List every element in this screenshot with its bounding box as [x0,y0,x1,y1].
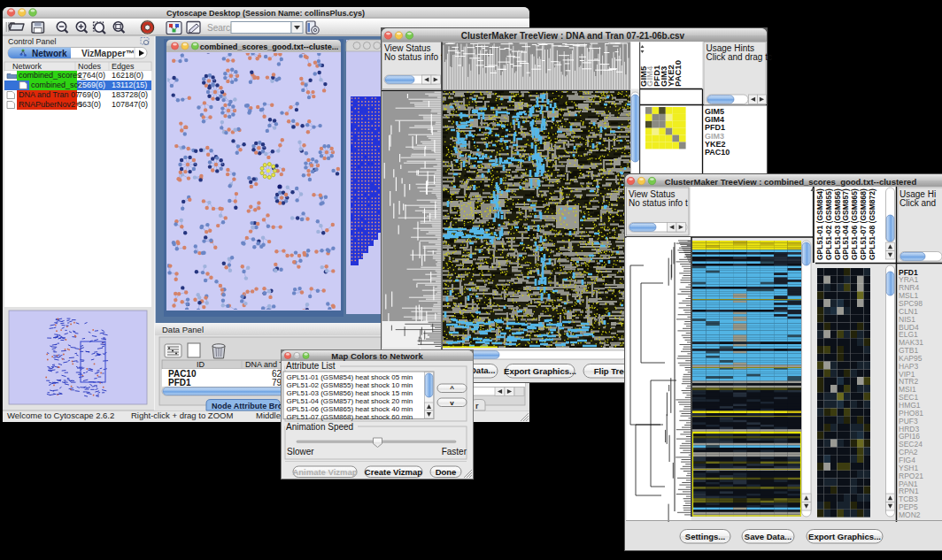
svg-text:Done: Done [436,467,457,477]
svg-text:VizMapper™: VizMapper™ [81,49,135,58]
svg-text:Animation Speed: Animation Speed [286,422,353,432]
svg-text:No status info f: No status info f [384,52,444,62]
svg-text:GPL51-06 (GSM865) heat shock 4: GPL51-06 (GSM865) heat shock 40 min [287,405,413,413]
svg-text:13112(15): 13112(15) [112,81,147,89]
svg-text:2569(6): 2569(6) [78,81,105,89]
svg-text:Attribute List: Attribute List [286,361,336,371]
svg-text:PAC10: PAC10 [673,60,683,87]
svg-text:GPL51-07 (GSM868): GPL51-07 (GSM868) [859,188,868,260]
svg-text:combined_sco: combined_sco [31,81,82,89]
svg-text:Click and: Click and [900,198,936,208]
svg-text:ClusterMaker TreeView : DNA an: ClusterMaker TreeView : DNA and Tran 07-… [461,31,685,41]
svg-text:GPL51-04 (GSM857): GPL51-04 (GSM857) [841,188,850,260]
svg-text:107847(0): 107847(0) [112,100,148,109]
svg-text:PFD1: PFD1 [168,378,191,387]
svg-text:combined_scores_: combined_scores_ [19,71,87,80]
svg-text:Usage Hi: Usage Hi [900,189,936,199]
svg-text:GPL51-07 (GSM868) heat shock 6: GPL51-07 (GSM868) heat shock 60 min [287,413,413,421]
svg-text:Cytoscape Desktop (Session Nam: Cytoscape Desktop (Session Name: collins… [166,9,365,18]
svg-text:2764(0): 2764(0) [78,71,105,80]
svg-text:Export Graphics...: Export Graphics... [808,532,881,541]
svg-text:Animate Vizmap: Animate Vizmap [292,467,357,477]
svg-text:No status info t: No status info t [629,198,688,208]
svg-text:v: v [450,399,454,407]
svg-text:Slower: Slower [287,447,314,456]
svg-text:Faster: Faster [442,447,467,456]
svg-text:ID: ID [197,360,205,369]
svg-text:DNA and Tran 07: DNA and Tran 07 [19,90,80,99]
svg-text:563(0): 563(0) [78,100,101,109]
svg-text:PAC10: PAC10 [705,148,730,157]
svg-text:GPL51-04 (GSM857) heat shock 2: GPL51-04 (GSM857) heat shock 20 min [287,397,413,405]
svg-text:Data Panel: Data Panel [162,325,204,334]
svg-text:combined_scores_good.txt--clus: combined_scores_good.txt--cluste... [200,42,339,51]
svg-text:Nodes: Nodes [78,62,102,71]
svg-text:GPL51-02 (GSM855): GPL51-02 (GSM855) [824,188,833,260]
svg-text:^: ^ [450,385,454,393]
svg-text:Export Graphics...: Export Graphics... [504,366,576,376]
svg-text:Click and drag tc: Click and drag tc [706,52,772,62]
svg-text:Create Vizmap: Create Vizmap [365,467,422,477]
svg-text:Map Colors to Network: Map Colors to Network [331,351,423,361]
svg-text:Edges: Edges [112,62,135,71]
svg-text:View Status: View Status [384,43,431,53]
svg-text:Middle-: Middle- [256,410,283,420]
svg-text:Control Panel: Control Panel [8,37,57,46]
svg-text:769(0): 769(0) [78,90,101,99]
svg-text:Network: Network [12,62,42,71]
svg-text:GPL51-02 (GSM855) heat shock 1: GPL51-02 (GSM855) heat shock 10 min [287,381,413,389]
svg-text:Settings...: Settings... [685,532,725,541]
svg-text:Save Data...: Save Data... [745,532,791,541]
svg-text:ClusterMaker TreeView : combin: ClusterMaker TreeView : combined_scores_… [665,177,917,187]
svg-text:View Status: View Status [629,189,676,199]
svg-text:183728(0): 183728(0) [112,90,148,99]
svg-text:GPL51-03 (GSM856): GPL51-03 (GSM856) [833,188,842,260]
svg-text:GPL51-06 (GSM865): GPL51-06 (GSM865) [850,188,859,260]
svg-text:Data...: Data... [470,365,496,375]
svg-text:r: r [475,402,479,410]
svg-text:GPL51-03 (GSM856) heat shock 1: GPL51-03 (GSM856) heat shock 15 min [287,389,413,397]
svg-text:16218(0): 16218(0) [112,71,143,80]
svg-text:Network: Network [32,49,67,58]
svg-text:Welcome to Cytoscape 2.6.2: Welcome to Cytoscape 2.6.2 [7,410,114,420]
svg-text:GPL51-08 (GSM872): GPL51-08 (GSM872) [868,188,876,260]
svg-text:Usage Hints: Usage Hints [706,43,754,53]
svg-text:GPL51-01 (GSM854) heat shock 0: GPL51-01 (GSM854) heat shock 05 min [287,373,413,381]
svg-text:Right-click + drag to ZOOM: Right-click + drag to ZOOM [131,410,233,420]
svg-text:RNAPuberNov2+I: RNAPuberNov2+I [19,100,82,109]
svg-text:MON2: MON2 [899,510,921,519]
svg-text:GPL51-01 (GSM854): GPL51-01 (GSM854) [815,188,824,260]
